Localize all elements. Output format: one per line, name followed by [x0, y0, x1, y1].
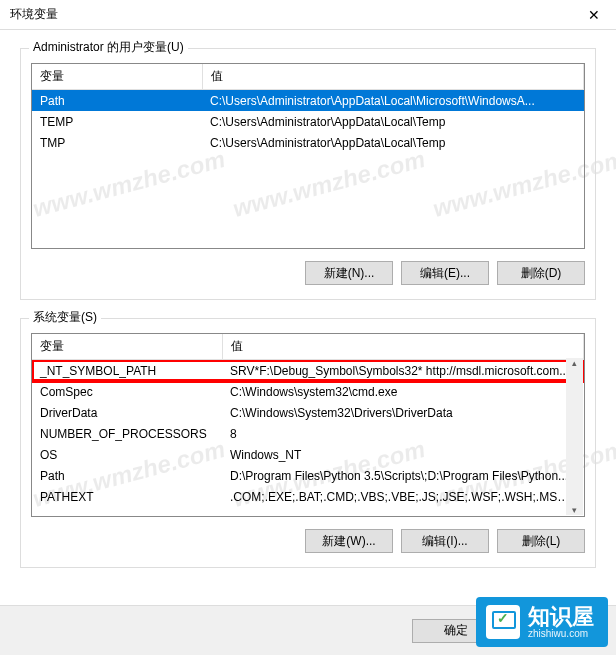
table-row[interactable]: NUMBER_OF_PROCESSORS 8 — [32, 423, 584, 444]
edit-user-var-button[interactable]: 编辑(E)... — [401, 261, 489, 285]
edit-system-var-button[interactable]: 编辑(I)... — [401, 529, 489, 553]
new-user-var-button[interactable]: 新建(N)... — [305, 261, 393, 285]
var-name: DriverData — [32, 402, 222, 423]
delete-system-var-button[interactable]: 删除(L) — [497, 529, 585, 553]
col-header-variable[interactable]: 变量 — [32, 334, 222, 360]
var-value: C:\Users\Administrator\AppData\Local\Tem… — [202, 132, 584, 153]
titlebar: 环境变量 ✕ — [0, 0, 616, 30]
close-button[interactable]: ✕ — [571, 0, 616, 30]
scrollbar[interactable]: ▴ ▾ — [566, 358, 583, 515]
table-row[interactable]: OS Windows_NT — [32, 444, 584, 465]
logo-icon — [486, 605, 520, 639]
user-button-row: 新建(N)... 编辑(E)... 删除(D) — [31, 261, 585, 285]
table-row[interactable]: Path C:\Users\Administrator\AppData\Loca… — [32, 90, 584, 111]
var-name: OS — [32, 444, 222, 465]
var-value: SRV*F:\Debug_Symbol\Symbols32* http://ms… — [222, 360, 584, 381]
table-row[interactable]: _NT_SYMBOL_PATH SRV*F:\Debug_Symbol\Symb… — [32, 360, 584, 381]
var-value: C:\Windows\system32\cmd.exe — [222, 381, 584, 402]
var-value: C:\Users\Administrator\AppData\Local\Tem… — [202, 111, 584, 132]
system-variables-table[interactable]: 变量 值 _NT_SYMBOL_PATH SRV*F:\Debug_Symbol… — [31, 333, 585, 517]
var-name: TEMP — [32, 111, 202, 132]
close-icon: ✕ — [588, 7, 600, 23]
window-title: 环境变量 — [10, 6, 58, 23]
logo-url: zhishiwu.com — [528, 628, 594, 639]
scroll-down-icon: ▾ — [572, 505, 577, 515]
table-row[interactable]: ComSpec C:\Windows\system32\cmd.exe — [32, 381, 584, 402]
var-name: _NT_SYMBOL_PATH — [32, 360, 222, 381]
var-name: NUMBER_OF_PROCESSORS — [32, 423, 222, 444]
delete-user-var-button[interactable]: 删除(D) — [497, 261, 585, 285]
new-system-var-button[interactable]: 新建(W)... — [305, 529, 393, 553]
table-row[interactable]: TMP C:\Users\Administrator\AppData\Local… — [32, 132, 584, 153]
var-value: .COM;.EXE;.BAT;.CMD;.VBS;.VBE;.JS;.JSE;.… — [222, 486, 584, 507]
var-name: ComSpec — [32, 381, 222, 402]
table-row[interactable]: Path D:\Program Files\Python 3.5\Scripts… — [32, 465, 584, 486]
table-row[interactable]: PATHEXT .COM;.EXE;.BAT;.CMD;.VBS;.VBE;.J… — [32, 486, 584, 507]
logo-badge: 知识屋 zhishiwu.com — [476, 597, 608, 647]
system-section-label: 系统变量(S) — [29, 309, 101, 326]
user-variables-section: Administrator 的用户变量(U) 变量 值 Path C:\User… — [20, 48, 596, 300]
logo-text: 知识屋 — [528, 604, 594, 629]
var-value: Windows_NT — [222, 444, 584, 465]
user-section-label: Administrator 的用户变量(U) — [29, 39, 188, 56]
var-value: 8 — [222, 423, 584, 444]
scroll-up-icon: ▴ — [572, 358, 577, 368]
var-name: TMP — [32, 132, 202, 153]
system-button-row: 新建(W)... 编辑(I)... 删除(L) — [31, 529, 585, 553]
var-name: Path — [32, 90, 202, 111]
var-value: C:\Users\Administrator\AppData\Local\Mic… — [202, 90, 584, 111]
table-row[interactable]: TEMP C:\Users\Administrator\AppData\Loca… — [32, 111, 584, 132]
var-name: PATHEXT — [32, 486, 222, 507]
var-name: Path — [32, 465, 222, 486]
table-row[interactable]: DriverData C:\Windows\System32\Drivers\D… — [32, 402, 584, 423]
var-value: D:\Program Files\Python 3.5\Scripts\;D:\… — [222, 465, 584, 486]
col-header-variable[interactable]: 变量 — [32, 64, 202, 90]
var-value: C:\Windows\System32\Drivers\DriverData — [222, 402, 584, 423]
system-variables-section: 系统变量(S) 变量 值 _NT_SYMBOL_PATH SRV*F:\Debu… — [20, 318, 596, 568]
col-header-value[interactable]: 值 — [222, 334, 584, 360]
user-variables-table[interactable]: 变量 值 Path C:\Users\Administrator\AppData… — [31, 63, 585, 249]
col-header-value[interactable]: 值 — [202, 64, 584, 90]
